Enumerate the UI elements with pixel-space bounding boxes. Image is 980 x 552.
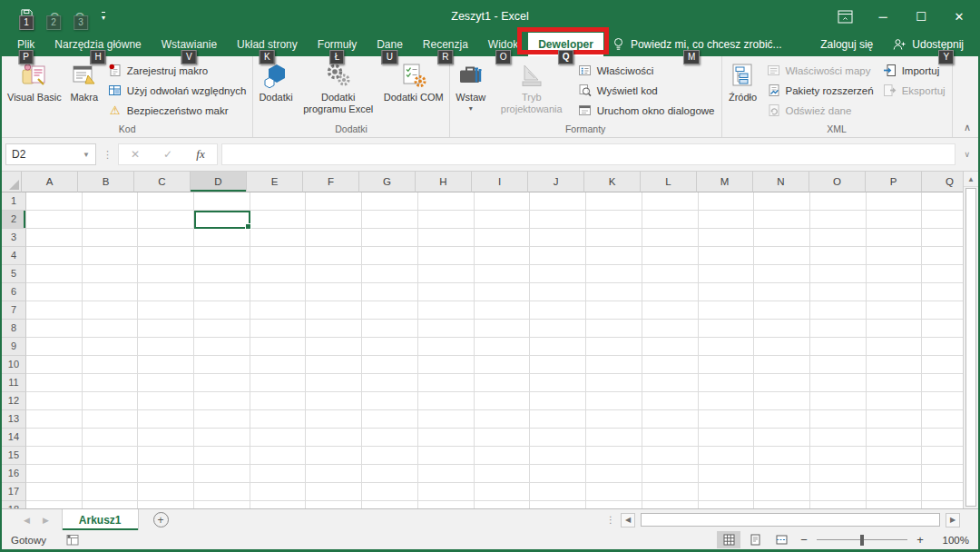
grid-cell[interactable] — [754, 283, 810, 301]
grid-cell[interactable] — [26, 483, 83, 501]
grid-cell[interactable] — [250, 447, 307, 465]
grid-cell[interactable] — [250, 356, 307, 374]
grid-cell[interactable] — [586, 447, 642, 465]
grid-cell[interactable] — [530, 192, 586, 211]
grid-cell[interactable] — [362, 247, 418, 265]
grid-cell[interactable] — [475, 374, 531, 392]
grid-cell[interactable] — [810, 338, 867, 356]
grid-cell[interactable] — [138, 265, 194, 283]
row-header-11[interactable]: 11 — [2, 374, 26, 392]
grid-cell[interactable] — [642, 265, 699, 283]
grid-cell[interactable] — [754, 374, 810, 392]
grid-cell[interactable] — [867, 465, 923, 483]
grid-cell[interactable] — [642, 211, 699, 229]
grid-cell[interactable] — [475, 247, 531, 265]
scroll-left-icon[interactable]: ◀ — [621, 513, 635, 527]
close-button[interactable]: ✕ — [940, 0, 978, 33]
grid-cell[interactable] — [586, 410, 642, 429]
sheetbar-drag-handle[interactable]: ⋮ — [606, 515, 615, 525]
grid-cell[interactable] — [867, 192, 923, 211]
grid-cell[interactable] — [699, 501, 755, 508]
grid-cell[interactable] — [754, 192, 810, 211]
grid-cell[interactable] — [194, 465, 250, 483]
grid-cell[interactable] — [138, 211, 194, 229]
grid-cell[interactable] — [83, 301, 139, 320]
row-header-15[interactable]: 15 — [2, 447, 26, 465]
grid-cell[interactable] — [362, 447, 418, 465]
collapse-ribbon-button[interactable]: ∧ — [956, 122, 978, 137]
scroll-right-icon[interactable]: ▶ — [946, 513, 960, 527]
grid-cell[interactable] — [642, 501, 699, 508]
grid-cell[interactable] — [26, 320, 83, 338]
grid-cell[interactable] — [867, 501, 923, 508]
grid-cell[interactable] — [83, 501, 139, 508]
column-header-a[interactable]: A — [22, 172, 78, 192]
grid-cell[interactable] — [418, 447, 475, 465]
grid-cell[interactable] — [867, 247, 923, 265]
column-header-h[interactable]: H — [416, 172, 472, 192]
grid-cell[interactable] — [83, 374, 139, 392]
column-header-m[interactable]: M — [697, 172, 753, 192]
grid-cell[interactable] — [867, 392, 923, 410]
grid-cell[interactable] — [306, 356, 362, 374]
grid-cell[interactable] — [26, 501, 83, 508]
grid-cell[interactable] — [83, 283, 139, 301]
grid-cell[interactable] — [194, 447, 250, 465]
grid-cell[interactable] — [194, 356, 250, 374]
grid-cell[interactable] — [642, 410, 699, 429]
grid-cell[interactable] — [362, 283, 418, 301]
grid-cell[interactable] — [754, 247, 810, 265]
grid-cell[interactable] — [867, 483, 923, 501]
add-sheet-button[interactable]: + — [153, 512, 169, 527]
grid-cell[interactable] — [194, 392, 250, 410]
grid-cell[interactable] — [26, 465, 83, 483]
grid-cell[interactable] — [83, 429, 139, 447]
zoom-in-button[interactable]: + — [912, 533, 928, 547]
grid-cell[interactable] — [194, 374, 250, 392]
grid-cell[interactable] — [418, 429, 475, 447]
grid-cell[interactable] — [699, 320, 755, 338]
grid-cell[interactable] — [699, 265, 755, 283]
dodatki-com-button[interactable]: Dodatki COM — [380, 58, 447, 104]
tab-widok[interactable]: WidokO — [478, 33, 528, 56]
grid-cell[interactable] — [530, 320, 586, 338]
grid-cell[interactable] — [83, 447, 139, 465]
grid-cell[interactable] — [810, 429, 867, 447]
grid-cell[interactable] — [754, 429, 810, 447]
grid-cell[interactable] — [642, 356, 699, 374]
makra-button[interactable]: Makra — [65, 58, 103, 104]
grid-cell[interactable] — [586, 483, 642, 501]
zarejestruj-makro-button[interactable]: Zarejestruj makro — [105, 61, 250, 80]
grid-cell[interactable] — [306, 338, 362, 356]
wstaw-button[interactable]: Wstaw▾ — [452, 58, 490, 113]
grid-cell[interactable] — [362, 392, 418, 410]
grid-cell[interactable] — [138, 320, 194, 338]
grid-cell[interactable] — [194, 301, 250, 320]
bezpieczenstwo-makr-button[interactable]: ⚠Bezpieczeństwo makr — [105, 101, 250, 120]
grid-cell[interactable] — [530, 265, 586, 283]
grid-cell[interactable] — [250, 192, 307, 211]
grid-cell[interactable] — [810, 301, 867, 320]
grid-cell[interactable] — [418, 301, 475, 320]
grid-cell[interactable] — [754, 229, 810, 247]
grid-cell[interactable] — [699, 465, 755, 483]
page-break-view-button[interactable] — [769, 531, 793, 548]
column-header-l[interactable]: L — [641, 172, 697, 192]
tab-plik[interactable]: PlikP — [7, 33, 44, 56]
grid-cell[interactable] — [83, 392, 139, 410]
grid-cell[interactable] — [586, 429, 642, 447]
grid-cell[interactable] — [867, 338, 923, 356]
grid-cell[interactable] — [586, 320, 642, 338]
grid-cell[interactable] — [810, 465, 867, 483]
row-header-16[interactable]: 16 — [2, 465, 26, 483]
grid-cell[interactable] — [138, 465, 194, 483]
grid-cell[interactable] — [475, 338, 531, 356]
grid-cell[interactable] — [867, 283, 923, 301]
grid-cell[interactable] — [306, 483, 362, 501]
grid-cell[interactable] — [138, 192, 194, 211]
grid-cell[interactable] — [362, 374, 418, 392]
grid-cell[interactable] — [810, 447, 867, 465]
grid-cell[interactable] — [306, 247, 362, 265]
grid-cell[interactable] — [810, 356, 867, 374]
grid-cell[interactable] — [362, 229, 418, 247]
